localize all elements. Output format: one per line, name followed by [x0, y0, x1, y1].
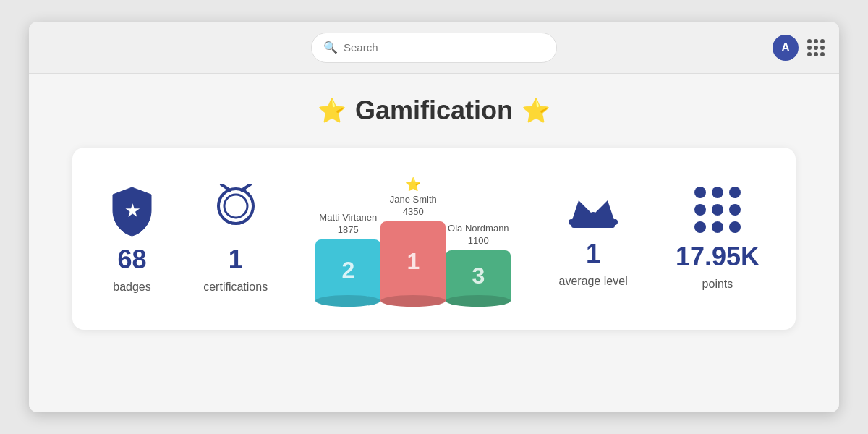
badges-label: badges — [113, 281, 151, 294]
main-content: ⭐ Gamification ⭐ ★ 68 badges — [29, 74, 839, 412]
third-name: Ola Nordmann — [448, 223, 509, 234]
search-icon: 🔍 — [323, 41, 338, 54]
toolbar-right: A — [773, 35, 825, 61]
search-bar[interactable]: 🔍 — [311, 33, 557, 63]
apps-icon[interactable] — [807, 39, 825, 56]
browser-toolbar: 🔍 A — [29, 22, 839, 74]
points-stat: 17.95K points — [676, 187, 760, 291]
shield-icon: ★ — [109, 184, 156, 239]
podium-third: Ola Nordmann 1100 3 — [446, 223, 511, 301]
first-name: Jane Smith — [390, 194, 437, 205]
podium-section: Matti Virtanen 1875 2 ⭐ Jane Smith 4350 … — [315, 176, 511, 301]
medal-icon — [214, 184, 258, 239]
svg-rect-8 — [571, 222, 615, 228]
page-title: ⭐ Gamification ⭐ — [318, 95, 550, 126]
second-score: 1875 — [338, 224, 359, 235]
podium-row: Matti Virtanen 1875 2 ⭐ Jane Smith 4350 … — [315, 176, 511, 301]
star-right-icon: ⭐ — [522, 97, 550, 124]
podium-block-2: 2 — [315, 239, 380, 301]
stats-card: ★ 68 badges 1 certifications — [72, 148, 796, 330]
badges-stat: ★ 68 badges — [109, 184, 156, 294]
svg-point-2 — [224, 195, 247, 218]
crown-icon — [568, 190, 618, 233]
svg-point-11 — [590, 212, 596, 218]
svg-point-10 — [612, 219, 618, 225]
points-label: points — [702, 278, 733, 291]
svg-text:★: ★ — [125, 202, 140, 220]
certifications-label: certifications — [203, 281, 268, 294]
avatar-button[interactable]: A — [773, 35, 799, 61]
podium-first: ⭐ Jane Smith 4350 1 — [380, 176, 446, 301]
svg-marker-7 — [571, 200, 615, 222]
svg-point-9 — [569, 219, 574, 225]
badges-value: 68 — [117, 244, 146, 275]
average-level-value: 1 — [586, 239, 600, 269]
first-star-icon: ⭐ — [405, 176, 421, 192]
first-score: 4350 — [403, 206, 424, 217]
points-value: 17.95K — [676, 242, 760, 272]
certifications-stat: 1 certifications — [203, 184, 268, 294]
certifications-value: 1 — [229, 244, 243, 275]
podium-block-1: 1 — [380, 221, 446, 301]
browser-window: 🔍 A ⭐ Gamification ⭐ — [29, 22, 839, 412]
second-name: Matti Virtanen — [319, 212, 377, 223]
search-input[interactable] — [344, 41, 545, 54]
podium-second: Matti Virtanen 1875 2 — [315, 212, 380, 301]
star-left-icon: ⭐ — [318, 97, 346, 124]
dots-grid-icon — [694, 187, 741, 233]
podium-block-3: 3 — [446, 250, 511, 301]
average-level-label: average level — [559, 275, 628, 288]
average-level-stat: 1 average level — [559, 190, 628, 288]
third-score: 1100 — [468, 235, 489, 246]
